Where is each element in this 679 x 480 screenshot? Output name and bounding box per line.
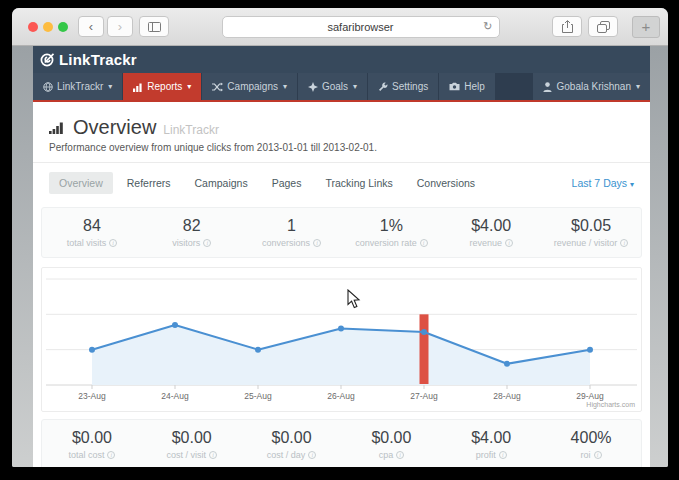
chevron-down-icon: ▾ bbox=[630, 180, 634, 189]
nav-item-label: Help bbox=[464, 81, 485, 92]
nav-item-gobala-krishnan[interactable]: Gobala Krishnan▾ bbox=[533, 73, 650, 100]
nav-item-linktrackr[interactable]: LinkTrackr▾ bbox=[33, 73, 122, 100]
page-title: Overview bbox=[73, 116, 156, 139]
stat-label: visitorsi bbox=[142, 238, 242, 248]
tab-campaigns[interactable]: Campaigns bbox=[185, 172, 258, 194]
stat-value: $0.00 bbox=[142, 429, 242, 447]
info-icon[interactable]: i bbox=[396, 451, 404, 459]
browser-window: ‹ › safaribrowser ↻ bbox=[12, 8, 668, 467]
x-axis-label: 26-Aug bbox=[327, 391, 355, 401]
stat-cost-visit: $0.00cost / visiti bbox=[142, 420, 242, 467]
sidebar-icon bbox=[148, 22, 161, 32]
nav-item-label: Goals bbox=[322, 81, 348, 92]
address-bar-text: safaribrowser bbox=[223, 21, 499, 33]
tab-tracking-links[interactable]: Tracking Links bbox=[315, 172, 402, 194]
address-bar[interactable]: safaribrowser ↻ bbox=[222, 16, 500, 38]
chevron-down-icon: ▾ bbox=[108, 82, 112, 91]
info-icon[interactable]: i bbox=[203, 239, 211, 247]
share-button[interactable] bbox=[552, 16, 582, 37]
new-tab-button[interactable]: + bbox=[632, 16, 660, 38]
stat-visitors: 82visitorsi bbox=[142, 208, 242, 257]
page-subtitle: Performance overview from unique clicks … bbox=[49, 142, 634, 153]
stat-conversions: 1conversionsi bbox=[242, 208, 342, 257]
overview-page: Overview LinkTrackr Performance overview… bbox=[33, 102, 650, 467]
tab-conversions[interactable]: Conversions bbox=[407, 172, 485, 194]
highlight-bar[interactable] bbox=[420, 314, 429, 384]
data-point-marker[interactable] bbox=[504, 361, 510, 367]
bar-chart-icon bbox=[133, 82, 143, 92]
user-icon bbox=[543, 82, 552, 92]
info-icon[interactable]: i bbox=[107, 451, 115, 459]
traffic-lights bbox=[28, 22, 68, 32]
wrench-icon bbox=[378, 82, 388, 92]
tab-overview[interactable]: Overview bbox=[49, 172, 113, 194]
minimize-button[interactable] bbox=[43, 22, 53, 32]
site-navbar: LinkTrackr LinkTrackr▾Reports▾Campaigns▾… bbox=[33, 46, 650, 102]
reload-icon[interactable]: ↻ bbox=[483, 20, 492, 33]
stat-conversion-rate: 1%conversion ratei bbox=[341, 208, 441, 257]
zoom-button[interactable] bbox=[58, 22, 68, 32]
nav-item-campaigns[interactable]: Campaigns▾ bbox=[202, 73, 297, 100]
data-point-marker[interactable] bbox=[255, 347, 261, 353]
x-axis-label: 25-Aug bbox=[244, 391, 272, 401]
tab-overview-button[interactable] bbox=[588, 16, 618, 37]
stat-cost-day: $0.00cost / dayi bbox=[242, 420, 342, 467]
tab-pages[interactable]: Pages bbox=[262, 172, 312, 194]
nav-item-settings[interactable]: Settings bbox=[368, 73, 438, 100]
info-icon[interactable]: i bbox=[620, 239, 628, 247]
nav-item-reports[interactable]: Reports▾ bbox=[123, 73, 201, 100]
tab-referrers[interactable]: Referrers bbox=[117, 172, 181, 194]
stat-value: $0.05 bbox=[541, 217, 641, 235]
nav-item-label: Campaigns bbox=[227, 81, 278, 92]
info-icon[interactable]: i bbox=[308, 451, 316, 459]
close-button[interactable] bbox=[28, 22, 38, 32]
info-icon[interactable]: i bbox=[505, 239, 513, 247]
stat-value: $4.00 bbox=[441, 429, 541, 447]
nav-item-help[interactable]: Help bbox=[439, 73, 495, 100]
goals-icon bbox=[308, 82, 318, 92]
stats-panel-bottom: $0.00total costi$0.00cost / visiti$0.00c… bbox=[41, 419, 642, 467]
nav-item-label: Gobala Krishnan bbox=[556, 81, 631, 92]
data-point-marker[interactable] bbox=[89, 347, 95, 353]
nav-item-label: Reports bbox=[147, 81, 182, 92]
data-point-marker[interactable] bbox=[172, 322, 178, 328]
info-icon[interactable]: i bbox=[420, 239, 428, 247]
date-range-label: Last 7 Days bbox=[572, 177, 627, 189]
chevron-down-icon: ▾ bbox=[353, 82, 357, 91]
tabs-icon bbox=[597, 21, 610, 33]
tabs-row: OverviewReferrersCampaignsPagesTracking … bbox=[33, 163, 650, 203]
brand-name: LinkTrackr bbox=[59, 51, 137, 68]
info-icon[interactable]: i bbox=[594, 451, 602, 459]
x-axis-label: 24-Aug bbox=[161, 391, 189, 401]
back-button[interactable]: ‹ bbox=[78, 16, 104, 37]
page-title-suffix: LinkTrackr bbox=[163, 123, 219, 137]
chart-credit[interactable]: Highcharts.com bbox=[586, 401, 635, 409]
stat-value: 400% bbox=[541, 429, 641, 447]
info-icon[interactable]: i bbox=[313, 239, 321, 247]
data-point-marker[interactable] bbox=[338, 325, 344, 331]
stat-total-cost: $0.00total costi bbox=[42, 420, 142, 467]
forward-button[interactable]: › bbox=[107, 16, 133, 37]
info-icon[interactable]: i bbox=[499, 451, 507, 459]
page-header: Overview LinkTrackr Performance overview… bbox=[33, 102, 650, 163]
data-point-marker[interactable] bbox=[421, 329, 427, 335]
info-icon[interactable]: i bbox=[109, 239, 117, 247]
stat-label: total visitsi bbox=[42, 238, 142, 248]
data-point-marker[interactable] bbox=[587, 347, 593, 353]
stat-value: 1% bbox=[341, 217, 441, 235]
info-icon[interactable]: i bbox=[209, 451, 217, 459]
date-range-selector[interactable]: Last 7 Days ▾ bbox=[572, 177, 634, 189]
area-fill bbox=[92, 325, 590, 385]
chevron-down-icon: ▾ bbox=[636, 82, 640, 91]
linktrackr-logo-icon bbox=[39, 51, 56, 68]
x-axis-label: 27-Aug bbox=[410, 391, 438, 401]
stat-revenue-visitor: $0.05revenue / visitori bbox=[541, 208, 641, 257]
nav-item-goals[interactable]: Goals▾ bbox=[298, 73, 367, 100]
nav-menu: LinkTrackr▾Reports▾Campaigns▾Goals▾Setti… bbox=[33, 73, 650, 100]
stat-value: 84 bbox=[42, 217, 142, 235]
visits-chart-panel[interactable]: 23-Aug24-Aug25-Aug26-Aug27-Aug28-Aug29-A… bbox=[41, 267, 642, 412]
stats-panel-top: 84total visitsi82visitorsi1conversionsi1… bbox=[41, 207, 642, 258]
nav-item-label: Settings bbox=[392, 81, 428, 92]
sidebar-toggle-button[interactable] bbox=[139, 16, 169, 37]
stat-revenue: $4.00revenuei bbox=[441, 208, 541, 257]
